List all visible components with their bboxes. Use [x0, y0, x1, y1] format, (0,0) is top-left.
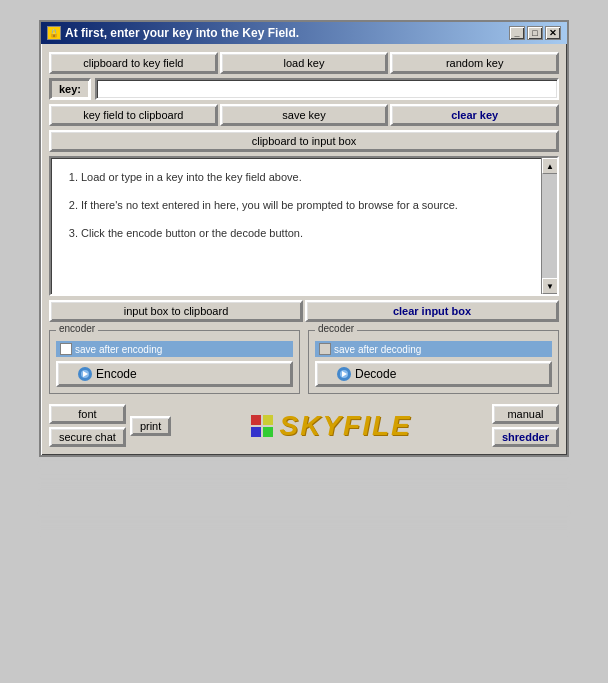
title-bar-left: 🔒 At first, enter your key into the Key …: [47, 26, 299, 40]
instruction-1: Load or type in a key into the key field…: [81, 168, 537, 188]
logo-sq-col-2: [263, 415, 273, 437]
decoder-checkbox[interactable]: [319, 343, 331, 355]
instructions-text-area: Load or type in a key into the key field…: [49, 156, 559, 296]
clipboard-to-key-field-button[interactable]: clipboard to key field: [49, 52, 218, 74]
decoder-checkbox-label: save after decoding: [334, 344, 421, 355]
main-window: 🔒 At first, enter your key into the Key …: [39, 20, 569, 457]
logo-sq-3: [263, 415, 273, 425]
logo-area: SKYFILE: [175, 410, 488, 442]
manual-button[interactable]: manual: [492, 404, 559, 424]
random-key-button[interactable]: random key: [390, 52, 559, 74]
encoder-checkbox-row: ✓ save after encoding: [56, 341, 293, 357]
logo-squares: [251, 415, 273, 437]
secure-chat-button[interactable]: secure chat: [49, 427, 126, 447]
clear-key-button[interactable]: clear key: [390, 104, 559, 126]
decoder-group: decoder save after decoding Decode: [308, 330, 559, 394]
scrollbar[interactable]: ▲ ▼: [541, 158, 557, 294]
clipboard-to-input-row: clipboard to input box: [49, 130, 559, 152]
input-box-buttons-row: input box to clipboard clear input box: [49, 300, 559, 322]
input-box-to-clipboard-button[interactable]: input box to clipboard: [49, 300, 303, 322]
bottom-toolbar-row: key field to clipboard save key clear ke…: [49, 104, 559, 126]
encode-icon: [78, 367, 92, 381]
bottom-left-buttons: font secure chat: [49, 404, 126, 447]
window-title: At first, enter your key into the Key Fi…: [65, 26, 299, 40]
title-bar-buttons: _ □ ✕: [509, 26, 561, 40]
logo-sq-col-1: [251, 415, 261, 437]
key-field-to-clipboard-button[interactable]: key field to clipboard: [49, 104, 218, 126]
window-content: clipboard to key field load key random k…: [41, 44, 567, 455]
decoder-legend: decoder: [315, 323, 357, 334]
instructions-content: Load or type in a key into the key field…: [51, 158, 557, 294]
shredder-button[interactable]: shredder: [492, 427, 559, 447]
font-button[interactable]: font: [49, 404, 126, 424]
decode-button[interactable]: Decode: [315, 361, 552, 387]
decode-icon: [337, 367, 351, 381]
logo-sq-1: [251, 415, 261, 425]
decoder-checkbox-row: save after decoding: [315, 341, 552, 357]
logo-sq-2: [251, 427, 261, 437]
save-key-button[interactable]: save key: [220, 104, 389, 126]
decode-button-label: Decode: [355, 367, 396, 381]
encode-button-label: Encode: [96, 367, 137, 381]
encode-decode-row: encoder ✓ save after encoding Encode dec…: [49, 330, 559, 394]
close-button[interactable]: ✕: [545, 26, 561, 40]
top-toolbar-row: clipboard to key field load key random k…: [49, 52, 559, 74]
encoder-checkbox-label-bg[interactable]: ✓ save after encoding: [56, 341, 293, 357]
clear-input-box-button[interactable]: clear input box: [305, 300, 559, 322]
encoder-checkbox-label: save after encoding: [75, 344, 162, 355]
key-row: key:: [49, 78, 559, 100]
bottom-right-buttons: manual shredder: [492, 404, 559, 447]
window-reflection: [39, 459, 569, 539]
app-icon: 🔒: [47, 26, 61, 40]
encoder-group: encoder ✓ save after encoding Encode: [49, 330, 300, 394]
maximize-button[interactable]: □: [527, 26, 543, 40]
encoder-checkbox[interactable]: ✓: [60, 343, 72, 355]
encoder-legend: encoder: [56, 323, 98, 334]
load-key-button[interactable]: load key: [220, 52, 389, 74]
key-input[interactable]: [95, 78, 559, 100]
logo-text: SKYFILE: [279, 410, 411, 442]
title-bar: 🔒 At first, enter your key into the Key …: [41, 22, 567, 44]
scroll-track: [542, 174, 557, 278]
instruction-2: If there's no text entered in here, you …: [81, 196, 537, 216]
decoder-checkbox-label-bg[interactable]: save after decoding: [315, 341, 552, 357]
instruction-3: Click the encode button or the decode bu…: [81, 224, 537, 244]
scroll-up-button[interactable]: ▲: [542, 158, 558, 174]
clipboard-to-input-button[interactable]: clipboard to input box: [49, 130, 559, 152]
encode-button[interactable]: Encode: [56, 361, 293, 387]
logo-sq-4: [263, 427, 273, 437]
bottom-row: font secure chat print SK: [49, 404, 559, 447]
print-button[interactable]: print: [130, 416, 171, 436]
reflection-inner: [39, 459, 569, 539]
key-label: key:: [49, 78, 91, 100]
minimize-button[interactable]: _: [509, 26, 525, 40]
scroll-down-button[interactable]: ▼: [542, 278, 558, 294]
